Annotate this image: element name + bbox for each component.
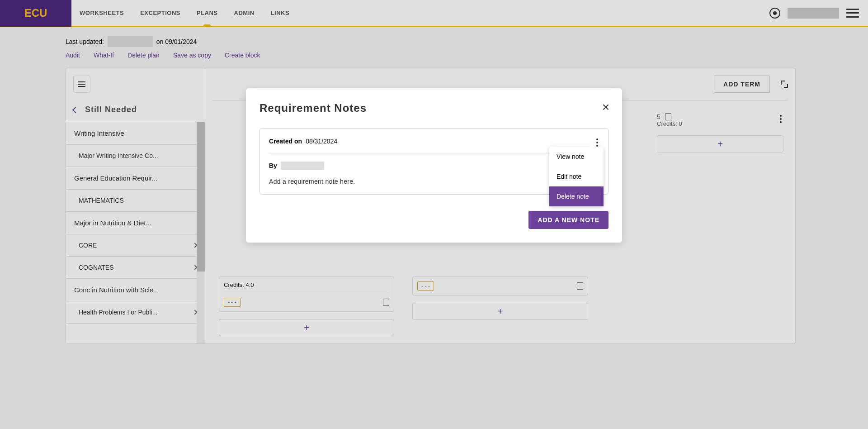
note-author-redacted — [281, 162, 324, 170]
created-date: 08/31/2024 — [306, 138, 337, 145]
created-label: Created on — [269, 138, 302, 145]
note-card: Created on 08/31/2024 View note Edit not… — [259, 128, 609, 195]
dropdown-delete-note[interactable]: Delete note — [549, 186, 604, 206]
note-created-row: Created on 08/31/2024 — [269, 138, 599, 145]
modal-title: Requirement Notes — [259, 102, 609, 114]
add-new-note-button[interactable]: ADD A NEW NOTE — [528, 211, 609, 229]
by-label: By — [269, 162, 277, 169]
dropdown-view-note[interactable]: View note — [549, 147, 604, 167]
modal-close-icon[interactable]: × — [602, 101, 609, 114]
modal-overlay: Requirement Notes × Created on 08/31/202… — [0, 0, 868, 344]
requirement-notes-modal: Requirement Notes × Created on 08/31/202… — [246, 88, 622, 243]
dropdown-edit-note[interactable]: Edit note — [549, 167, 604, 186]
note-dropdown-menu: View note Edit note Delete note — [549, 147, 604, 206]
